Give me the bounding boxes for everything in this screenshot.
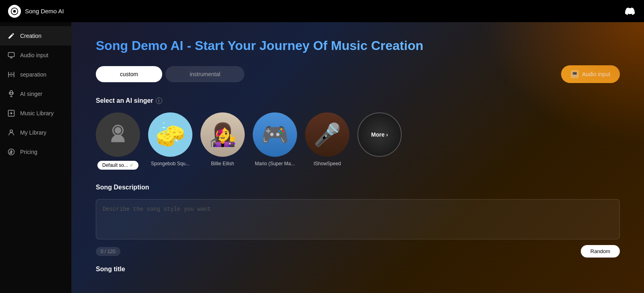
singer-item-default[interactable]: Default so... ✓ [96,112,140,170]
audio-input-icon [7,51,15,59]
singer-info-icon: i [156,98,162,104]
separation-icon [7,71,15,79]
ai-singer-label: AI singer [20,91,42,97]
app-name: Song Demo AI [25,8,64,15]
sidebar-item-creation[interactable]: Creation [0,26,71,46]
sidebar-item-audio-input[interactable]: Audio input [0,46,71,65]
topbar-right [624,5,636,17]
singer-name-spongebob: Spongebob Squ... [151,161,190,166]
creation-icon [7,32,15,40]
singer-section-title: Select an AI singer i [96,97,620,104]
char-count: 0 / 120 [96,247,120,256]
sidebar-item-pricing[interactable]: Pricing [0,142,71,162]
svg-point-7 [115,127,122,134]
pricing-icon [7,148,15,156]
singer-avatar-default [96,112,140,157]
description-section-title: Song Description [96,184,620,191]
singer-badge-default: Default so... ✓ [97,161,138,170]
audio-input-label: Audio input [20,52,48,58]
sidebar-item-my-library[interactable]: My Library [0,123,71,142]
sidebar-item-music-library[interactable]: Music Library [0,104,71,123]
singer-avatar-spongebob [148,112,192,157]
singer-item-more[interactable]: More › [357,112,402,157]
check-icon: ✓ [130,162,134,168]
singer-item-mario[interactable]: Mario (Super Ma... [253,112,297,166]
singer-item-ishowspeed[interactable]: IShowSpeed [305,112,349,166]
song-title-label: Song title [96,266,620,273]
singer-item-spongebob[interactable]: Spongebob Squ... [148,112,192,166]
singer-name-billie: Billie Eilish [211,161,234,166]
tab-instrumental[interactable]: instrumental [165,66,244,82]
pricing-label: Pricing [20,149,37,155]
desc-footer: 0 / 120 Random [96,245,620,258]
svg-point-5 [10,130,12,132]
discord-icon[interactable] [624,5,636,17]
singer-name-mario: Mario (Super Ma... [255,161,295,166]
singer-avatar-billie [200,112,245,157]
logo-icon [8,5,21,18]
tab-custom[interactable]: custom [96,66,162,82]
singer-item-billie[interactable]: Billie Eilish [200,112,245,166]
audio-input-btn-icon: 🖥️ [571,70,579,78]
more-text: More › [371,131,388,138]
description-textarea[interactable] [96,199,620,239]
svg-rect-2 [8,52,14,57]
creation-label: Creation [20,33,41,39]
singer-avatar-ishowspeed [305,112,349,157]
tabs-row: custom instrumental 🖥️ Audio input [96,65,620,83]
my-library-label: My Library [20,129,46,136]
music-library-icon [7,109,15,117]
topbar: Song Demo AI [0,0,644,22]
sidebar-item-separation[interactable]: separation [0,65,71,84]
singers-row: Default so... ✓ Spongebob Squ... Billie … [96,112,620,170]
ai-singer-icon [7,90,15,98]
sidebar: Creation Audio input separation [0,22,72,293]
random-button[interactable]: Random [581,245,620,258]
separation-label: separation [20,71,46,78]
main-content: Song Demo AI - Start Your Journey Of Mus… [72,22,644,293]
singer-name-ishowspeed: IShowSpeed [314,161,341,166]
singer-avatar-mario [253,112,297,157]
sidebar-item-ai-singer[interactable]: AI singer [0,84,71,104]
singer-avatar-more: More › [357,112,402,157]
app-logo: Song Demo AI [8,5,64,18]
audio-input-button[interactable]: 🖥️ Audio input [561,65,620,83]
main-layout: Creation Audio input separation [0,22,644,293]
music-library-label: Music Library [20,110,54,116]
svg-point-1 [13,10,16,12]
svg-point-4 [10,112,12,114]
page-title: Song Demo AI - Start Your Journey Of Mus… [96,38,620,53]
my-library-icon [7,129,15,137]
